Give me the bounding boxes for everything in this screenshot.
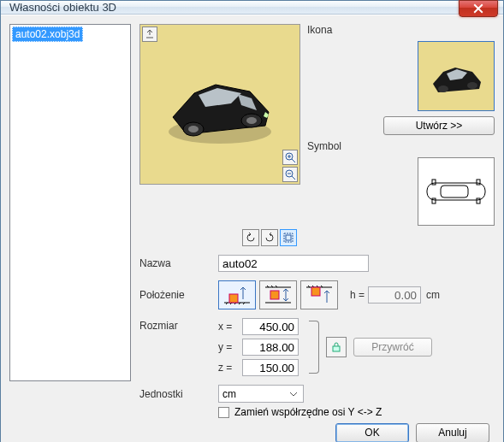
dialog-window: Własności obiektu 3D auto02.xobj3d bbox=[0, 0, 504, 442]
svg-point-2 bbox=[188, 126, 199, 133]
zoom-in-icon bbox=[284, 151, 296, 163]
name-input[interactable] bbox=[218, 255, 369, 272]
svg-rect-23 bbox=[311, 287, 320, 296]
svg-rect-21 bbox=[270, 291, 279, 299]
svg-rect-18 bbox=[229, 294, 238, 303]
car-top-icon bbox=[422, 176, 490, 207]
rotate-right-icon bbox=[264, 232, 276, 244]
size-bracket bbox=[309, 321, 319, 374]
position-label: Położenie bbox=[139, 289, 218, 301]
z-label: z = bbox=[218, 362, 242, 374]
svg-rect-13 bbox=[432, 198, 436, 203]
svg-point-8 bbox=[467, 82, 477, 89]
chevron-down-icon bbox=[287, 387, 299, 400]
h-unit: cm bbox=[426, 289, 440, 301]
size-label: Rozmiar bbox=[139, 320, 218, 332]
units-combo[interactable]: cm bbox=[218, 385, 304, 403]
lock-aspect-button[interactable] bbox=[326, 337, 347, 357]
svg-point-4 bbox=[246, 117, 257, 124]
position-center-icon bbox=[264, 284, 293, 306]
window-title: Własności obiektu 3D bbox=[9, 1, 498, 14]
rotate-left-button[interactable] bbox=[242, 229, 259, 246]
restore-button-label: Przywróć bbox=[371, 341, 413, 353]
bounding-box-icon bbox=[282, 232, 294, 244]
swap-axes-label: Zamień współrzędne osi Y <-> Z bbox=[234, 406, 382, 418]
swap-axes-checkbox[interactable] bbox=[218, 407, 229, 418]
svg-point-7 bbox=[438, 85, 448, 92]
ok-button-label: OK bbox=[365, 427, 379, 439]
close-icon bbox=[473, 3, 483, 14]
svg-rect-14 bbox=[477, 198, 480, 203]
dialog-body: auto02.xobj3d bbox=[1, 15, 503, 442]
lock-icon bbox=[330, 341, 342, 353]
zoom-out-button[interactable] bbox=[282, 167, 298, 182]
x-label: x = bbox=[218, 321, 242, 333]
preview-3d[interactable] bbox=[139, 24, 300, 185]
units-label: Jednostki bbox=[139, 388, 218, 400]
rotate-right-button[interactable] bbox=[261, 229, 278, 246]
car-3d-render bbox=[156, 50, 284, 153]
y-input[interactable] bbox=[242, 339, 299, 356]
position-floor-button[interactable] bbox=[218, 280, 256, 309]
icon-label: Ikona bbox=[307, 24, 495, 36]
position-ceiling-icon bbox=[305, 284, 334, 306]
cancel-button[interactable]: Anuluj bbox=[416, 423, 489, 443]
symbol-label: Symbol bbox=[307, 140, 495, 152]
list-item[interactable]: auto02.xobj3d bbox=[12, 27, 83, 42]
svg-rect-24 bbox=[333, 346, 340, 351]
create-button[interactable]: Utwórz >> bbox=[383, 116, 495, 135]
close-button[interactable] bbox=[459, 0, 498, 17]
name-label: Nazwa bbox=[139, 257, 218, 269]
object-list[interactable]: auto02.xobj3d bbox=[9, 24, 131, 381]
h-input[interactable] bbox=[368, 286, 421, 304]
x-input[interactable] bbox=[242, 318, 299, 335]
ok-button[interactable]: OK bbox=[335, 423, 409, 443]
create-button-label: Utwórz >> bbox=[416, 120, 463, 132]
zoom-out-icon bbox=[284, 168, 296, 180]
zoom-in-button[interactable] bbox=[282, 150, 298, 165]
svg-rect-16 bbox=[286, 235, 291, 240]
z-input[interactable] bbox=[242, 359, 299, 376]
svg-rect-12 bbox=[477, 180, 480, 185]
position-center-button[interactable] bbox=[259, 280, 297, 309]
h-label: h = bbox=[350, 289, 365, 301]
y-label: y = bbox=[218, 341, 242, 353]
pin-button[interactable] bbox=[142, 27, 157, 42]
pin-icon bbox=[145, 29, 155, 39]
car-thumb-icon bbox=[426, 55, 486, 97]
units-value: cm bbox=[222, 388, 236, 400]
rotate-left-icon bbox=[245, 232, 257, 244]
icon-thumbnail[interactable] bbox=[418, 41, 495, 111]
position-ceiling-button[interactable] bbox=[300, 280, 338, 309]
cancel-button-label: Anuluj bbox=[438, 427, 466, 439]
svg-rect-10 bbox=[441, 186, 468, 197]
symbol-thumbnail[interactable] bbox=[418, 157, 495, 226]
restore-button[interactable]: Przywróć bbox=[353, 338, 432, 357]
titlebar[interactable]: Własności obiektu 3D bbox=[1, 1, 503, 15]
svg-rect-11 bbox=[432, 180, 436, 185]
bounding-box-button[interactable] bbox=[280, 229, 297, 246]
position-floor-icon bbox=[222, 284, 252, 306]
